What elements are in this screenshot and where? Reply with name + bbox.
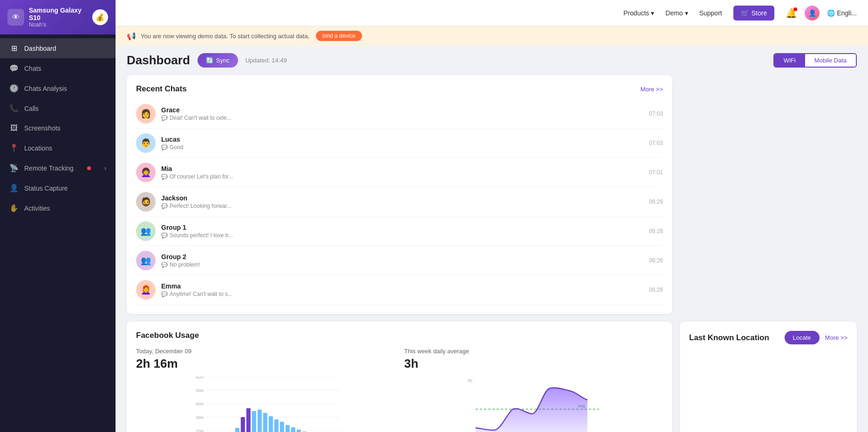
chat-info: Emma 💬 Anytime! Can't wait to s... [161,282,643,297]
sync-icon: 🔄 [206,57,213,64]
sidebar-username: Noah's [29,21,88,28]
message-icon: 💬 [161,174,168,180]
chevron-right-icon: › [104,165,106,171]
facebook-usage-title: Facebook Usage [136,331,663,340]
svg-rect-22 [258,410,262,432]
svg-rect-28 [291,427,295,432]
svg-text:60m: 60m [196,377,204,379]
svg-rect-27 [286,425,290,432]
chat-list-item[interactable]: 🧔 Jackson 💬 Perfect! Looking forwar... 0… [136,187,663,217]
chat-name: Group 1 [161,224,643,231]
svg-text:5h: 5h [467,378,472,383]
chat-name: Emma [161,282,643,290]
sidebar-item-label: Chats Analysis [24,85,67,92]
chat-name: Lucas [161,136,643,143]
locate-button[interactable]: Locate [785,331,820,344]
sidebar-item-activities[interactable]: ✋ Activities [0,198,116,218]
svg-rect-20 [246,408,251,432]
sidebar-item-label: Chats [24,65,41,72]
demo-menu[interactable]: Demo ▾ [665,9,688,17]
chevron-down-icon: ▾ [685,9,688,17]
recent-chats-card: Recent Chats More >> 👩 Grace 💬 Deal! Can… [127,75,672,314]
area-fill [475,388,587,432]
sidebar-item-label: Dashboard [24,45,56,52]
svg-rect-25 [274,419,279,432]
sidebar-item-locations[interactable]: 📍 Locations [0,138,116,158]
recent-chats-header: Recent Chats More >> [136,84,663,94]
location-more[interactable]: More >> [825,334,847,341]
sync-button[interactable]: 🔄 Sync [198,53,238,68]
remote-tracking-badge [87,166,91,170]
chat-list-item[interactable]: 👨 Lucas 💬 Good 07:03 [136,129,663,158]
chat-avatar: 👥 [136,251,156,270]
device-name: Samsung Galaxy S10 [29,7,88,21]
support-link[interactable]: Support [699,9,722,17]
chat-time: 06:28 [649,228,663,234]
sidebar-item-chats[interactable]: 💬 Chats [0,58,116,78]
chat-name: Mia [161,165,643,172]
sidebar-nav: ⊞ Dashboard 💬 Chats 🕐 Chats Analysis 📞 C… [0,34,116,432]
avatar[interactable]: 👤 [805,6,820,21]
language-selector[interactable]: 🌐 Engli... [827,9,857,17]
chat-list-item[interactable]: 👩‍🦰 Emma 💬 Anytime! Can't wait to s... 0… [136,275,663,305]
chat-preview: 💬 Sounds perfect! I love tr... [161,232,643,239]
chat-list-item[interactable]: 👩 Grace 💬 Deal! Can't wait to cele... 07… [136,99,663,129]
sidebar-header: 👁 Samsung Galaxy S10 Noah's 💰 [0,0,116,34]
chat-avatar: 👩‍🦰 [136,280,156,300]
facebook-usage-card: Facebook Usage Today, December 09 2h 16m [127,322,672,432]
sidebar-item-calls[interactable]: 📞 Calls [0,98,116,118]
sidebar-item-chats-analysis[interactable]: 🕐 Chats Analysis [0,78,116,98]
status-capture-icon: 👤 [9,184,19,192]
chat-preview: 💬 Deal! Can't wait to cele... [161,115,643,121]
sidebar-item-screenshots[interactable]: 🖼 Screenshots [0,118,116,138]
chat-list-item[interactable]: 👥 Group 2 💬 No problem! 06:26 [136,246,663,275]
sidebar-item-status-capture[interactable]: 👤 Status Capture [0,178,116,198]
area-chart: 5h 0h avg [404,377,663,432]
products-menu[interactable]: Products ▾ [623,9,654,17]
wifi-button[interactable]: WiFi [774,54,805,67]
sidebar-item-label: Status Capture [24,185,68,192]
recent-chats-title: Recent Chats [136,84,187,94]
chat-time: 06:29 [649,199,663,205]
speaker-icon: 📢 [127,32,136,41]
chat-info: Jackson 💬 Perfect! Looking forwar... [161,194,643,209]
chat-info: Grace 💬 Deal! Can't wait to cele... [161,106,643,121]
app-logo: 👁 [7,9,24,26]
bar-chart-container: 60m 50m 40m 30m 20m 10m 0m [136,377,395,432]
chats-analysis-icon: 🕐 [9,84,19,93]
updated-timestamp: Updated: 14:49 [246,57,287,64]
sidebar-item-label: Locations [24,144,52,152]
topnav-icons: 🔔 👤 🌐 Engli... [786,6,857,21]
sidebar-item-remote-tracking[interactable]: 📡 Remote Tracking › [0,158,116,178]
store-button[interactable]: 🛒 Store [733,6,774,21]
bind-device-button[interactable]: bind a device [316,31,362,41]
chat-list-item[interactable]: 👥 Group 1 💬 Sounds perfect! I love tr...… [136,217,663,246]
sidebar-item-label: Screenshots [24,124,61,132]
mobile-data-button[interactable]: Mobile Data [805,54,856,67]
chat-avatar: 👥 [136,221,156,241]
coin-button[interactable]: 💰 [92,9,108,25]
message-icon: 💬 [161,262,168,268]
page-title: Dashboard [127,53,190,68]
facebook-stats-row: Today, December 09 2h 16m [136,348,663,432]
chat-list-item[interactable]: 👩‍🦱 Mia 💬 Of course! Let's plan for... 0… [136,158,663,187]
recent-chats-more[interactable]: More >> [641,86,663,93]
svg-rect-24 [269,416,273,432]
svg-rect-29 [297,430,301,432]
calls-icon: 📞 [9,104,19,113]
banner-text: You are now viewing demo data. To start … [141,33,309,40]
location-title: Last Known Location [689,333,769,343]
remote-tracking-icon: 📡 [9,164,19,172]
chat-info: Lucas 💬 Good [161,136,643,151]
chats-icon: 💬 [9,64,19,73]
chat-time: 07:01 [649,169,663,176]
activities-icon: ✋ [9,204,19,213]
chat-preview: 💬 No problem! [161,261,643,268]
sidebar-item-label: Remote Tracking [24,165,74,172]
chat-name: Group 2 [161,253,643,261]
chat-time: 06:26 [649,257,663,264]
connection-toggle: WiFi Mobile Data [773,53,857,68]
sidebar-item-dashboard[interactable]: ⊞ Dashboard [0,38,116,58]
demo-banner: 📢 You are now viewing demo data. To star… [116,26,868,46]
notification-icon[interactable]: 🔔 [786,7,797,19]
